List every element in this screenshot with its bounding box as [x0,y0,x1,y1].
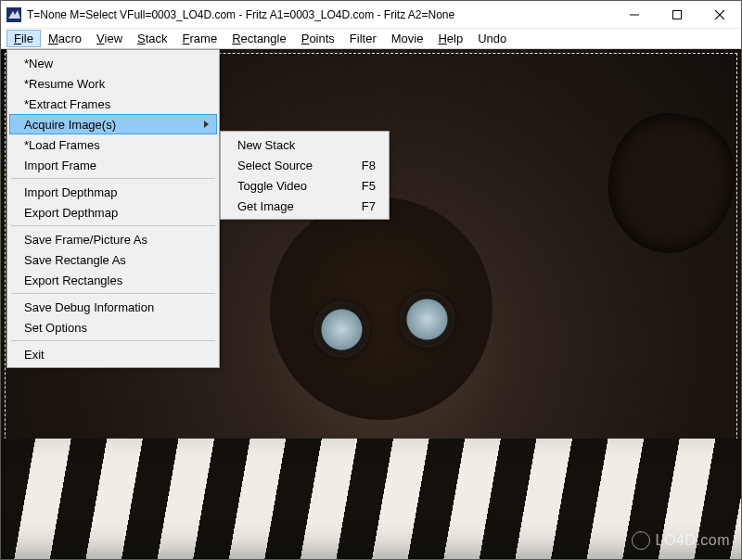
menu-filter[interactable]: Filter [342,30,384,47]
window-controls [613,1,741,28]
image-content [595,103,741,265]
close-button[interactable] [698,1,741,29]
menu-file[interactable]: File [6,30,41,47]
menu-frame[interactable]: Frame [175,30,225,47]
menu-rectangle[interactable]: Rectangle [224,30,294,47]
main-menu-bar: FileMacroViewStackFrameRectanglePointsFi… [1,29,741,49]
acquire-submenu-item[interactable]: Get ImageF7 [223,196,387,216]
image-content [402,294,453,345]
file-menu-item[interactable]: Export Depthmap [9,202,217,223]
image-content [1,439,741,559]
file-menu-item[interactable]: Set Options [9,317,217,337]
window-titlebar: T=None M=Select VFull=0003_LO4D.com - Fr… [1,1,741,29]
watermark-text: LO4D.com [656,532,730,549]
submenu-arrow-icon [204,121,209,128]
shortcut-label: F8 [362,159,376,172]
watermark: LO4D.com [632,531,730,550]
acquire-submenu-item[interactable]: Select SourceF8 [223,155,387,175]
image-content [316,304,367,355]
shortcut-label: F5 [362,179,376,193]
shortcut-label: F7 [362,199,376,213]
file-menu-item[interactable]: Import Depthmap [9,182,217,202]
window-title: T=None M=Select VFull=0003_LO4D.com - Fr… [27,8,613,21]
file-menu-dropdown: *New*Resume Work*Extract FramesAcquire I… [6,49,220,368]
acquire-submenu-item[interactable]: Toggle VideoF5 [223,175,387,196]
file-menu-item[interactable]: *New [9,53,217,73]
menu-macro[interactable]: Macro [41,30,89,47]
menu-view[interactable]: View [89,30,130,47]
file-menu-item[interactable]: Save Frame/Picture As [9,229,217,249]
image-content [270,197,493,420]
svg-rect-2 [673,11,682,19]
file-menu-item[interactable]: Import Frame [9,155,217,175]
globe-icon [632,531,650,550]
file-menu-item[interactable]: Acquire Image(s) [9,114,217,134]
menu-help[interactable]: Help [430,30,470,47]
acquire-submenu-item[interactable]: New Stack [223,134,387,155]
minimize-button[interactable] [613,1,656,29]
menu-points[interactable]: Points [294,30,342,47]
menu-undo[interactable]: Undo [470,30,514,47]
app-icon [6,7,21,22]
menu-movie[interactable]: Movie [384,30,431,47]
file-menu-item[interactable]: Save Rectangle As [9,249,217,270]
file-menu-item[interactable]: Save Debug Information [9,297,217,317]
file-menu-item[interactable]: *Extract Frames [9,94,217,114]
file-menu-item[interactable]: Exit [9,344,217,364]
menu-stack[interactable]: Stack [130,30,175,47]
file-menu-item[interactable]: Export Rectangles [9,270,217,290]
maximize-button[interactable] [656,1,698,29]
acquire-image-submenu: New StackSelect SourceF8Toggle VideoF5Ge… [220,131,390,220]
file-menu-item[interactable]: *Resume Work [9,73,217,94]
file-menu-item[interactable]: *Load Frames [9,134,217,155]
